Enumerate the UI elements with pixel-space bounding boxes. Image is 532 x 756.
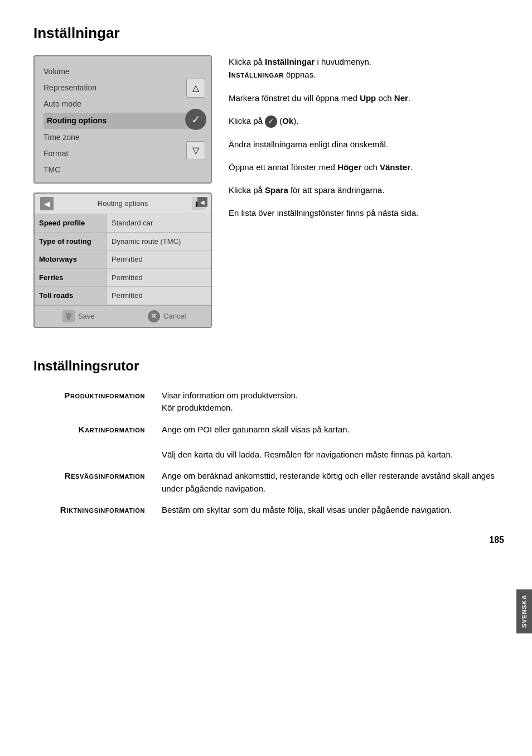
row-label-ferries: Ferries <box>35 269 107 287</box>
screen2-rows: Speed profile Standard car Type of routi… <box>35 214 211 305</box>
section2: Inställningsrutor Produktinformation Vis… <box>33 356 504 522</box>
settings-row-kartinfo: Kartinformation Ange om POI eller gatuna… <box>33 420 504 467</box>
section2-title: Inställningsrutor <box>33 356 504 376</box>
svg-rect-1 <box>67 317 70 320</box>
instr-para-6: Klicka på Spara för att spara ändringarn… <box>229 184 504 196</box>
cancel-label: Cancel <box>163 311 186 322</box>
row-value-motorways[interactable]: Permitted <box>107 251 211 268</box>
menu-item-representation[interactable]: Representation <box>43 80 202 95</box>
save-icon <box>62 310 75 322</box>
row-label-speed: Speed profile <box>35 214 107 232</box>
screen1-device: Volume Representation Auto mode Routing … <box>33 55 212 184</box>
screenshots-column: Volume Representation Auto mode Routing … <box>33 55 212 328</box>
screen2-row-0: Speed profile Standard car <box>35 214 211 233</box>
settings-row-produktinfo: Produktinformation Visar information om … <box>33 386 504 420</box>
settings-desc-kartinfo: Ange om POI eller gatunamn skall visas p… <box>156 420 504 467</box>
instr-para-7: En lista över inställningsfönster finns … <box>229 206 504 219</box>
menu-item-automode[interactable]: Auto mode <box>43 97 202 112</box>
screen2-row-1: Type of routing Dynamic route (TMC) <box>35 233 211 251</box>
settings-label-produktinfo: Produktinformation <box>33 386 156 420</box>
up-button[interactable]: △ <box>186 79 205 98</box>
screen2-row-2: Motorways Permitted <box>35 251 211 269</box>
save-label: Save <box>78 311 95 322</box>
settings-table: Produktinformation Visar information om … <box>33 386 504 522</box>
settings-row-resvag: Resvägsinformation Ange om beräknad anko… <box>33 466 504 500</box>
row-value-speed[interactable]: Standard car <box>107 214 211 232</box>
instr-para-5: Öppna ett annat fönster med Höger och Vä… <box>229 161 504 174</box>
screen2-device: ◀ ◀ Routing options ▶ Speed profile Stan… <box>33 192 212 328</box>
row-value-toll[interactable]: Permitted <box>107 287 211 305</box>
settings-label-kartinfo: Kartinformation <box>33 420 156 467</box>
settings-label-resvag: Resvägsinformation <box>33 466 156 500</box>
ok-circle-icon: ✓ <box>265 115 277 128</box>
menu-item-tmc[interactable]: TMC <box>43 162 202 177</box>
screen2-row-3: Ferries Permitted <box>35 269 211 287</box>
screen2-footer: Save ✕ Cancel <box>35 305 211 327</box>
instr-para-2: Markera fönstret du vill öppna med Upp o… <box>229 92 504 104</box>
screen2-nav-left[interactable]: ◀ <box>40 197 54 210</box>
instructions-column: Klicka på Inställningar i huvudmenyn. In… <box>229 55 504 328</box>
menu-item-routing[interactable]: Routing options <box>43 113 202 129</box>
cancel-icon: ✕ <box>148 310 160 322</box>
section-title-instllningar: Inställningar <box>33 22 504 44</box>
settings-label-riktning: Riktningsinformation <box>33 500 156 522</box>
screen2-header: ◀ Routing options ▶ <box>35 194 211 214</box>
row-label-routing-type: Type of routing <box>35 233 107 251</box>
row-label-motorways: Motorways <box>35 251 107 268</box>
menu-item-timezone[interactable]: Time zone <box>43 130 202 145</box>
page-number: 185 <box>33 533 504 547</box>
sidebar-svenska-label: SVENSKA <box>516 589 532 633</box>
row-value-routing-type[interactable]: Dynamic route (TMC) <box>107 233 211 251</box>
cancel-button[interactable]: ✕ Cancel <box>123 306 211 327</box>
ok-button[interactable]: ✓ <box>185 109 206 130</box>
menu-item-format[interactable]: Format <box>43 146 202 161</box>
screen1-inner: Volume Representation Auto mode Routing … <box>35 56 211 182</box>
settings-desc-resvag: Ange om beräknad ankomsttid, resterande … <box>156 466 504 500</box>
save-button[interactable]: Save <box>35 306 123 327</box>
top-section: Volume Representation Auto mode Routing … <box>33 55 504 328</box>
settings-desc-produktinfo: Visar information om produktversion. Kör… <box>156 386 504 420</box>
instr-para-4: Ändra inställningarna enligt dina önskem… <box>229 138 504 151</box>
menu-item-volume[interactable]: Volume <box>43 64 202 79</box>
settings-row-riktning: Riktningsinformation Bestäm om skyltar s… <box>33 500 504 522</box>
row-value-ferries[interactable]: Permitted <box>107 269 211 287</box>
down-button[interactable]: ▽ <box>186 141 205 160</box>
screen1-list: Volume Representation Auto mode Routing … <box>35 56 211 184</box>
row-label-toll: Toll roads <box>35 287 107 305</box>
screen2-row-4: Toll roads Permitted <box>35 287 211 305</box>
svg-rect-0 <box>66 313 71 317</box>
screen2-corner-btn[interactable]: ◀ <box>197 197 207 207</box>
instr-para-1: Klicka på Inställningar i huvudmenyn. In… <box>229 55 504 81</box>
screen2-title: Routing options <box>98 198 148 209</box>
instr-para-3: Klicka på ✓ (Ok). <box>229 114 504 128</box>
settings-desc-riktning: Bestäm om skyltar som du måste följa, sk… <box>156 500 504 522</box>
screen1-buttons: △ ✓ ▽ <box>185 79 206 160</box>
